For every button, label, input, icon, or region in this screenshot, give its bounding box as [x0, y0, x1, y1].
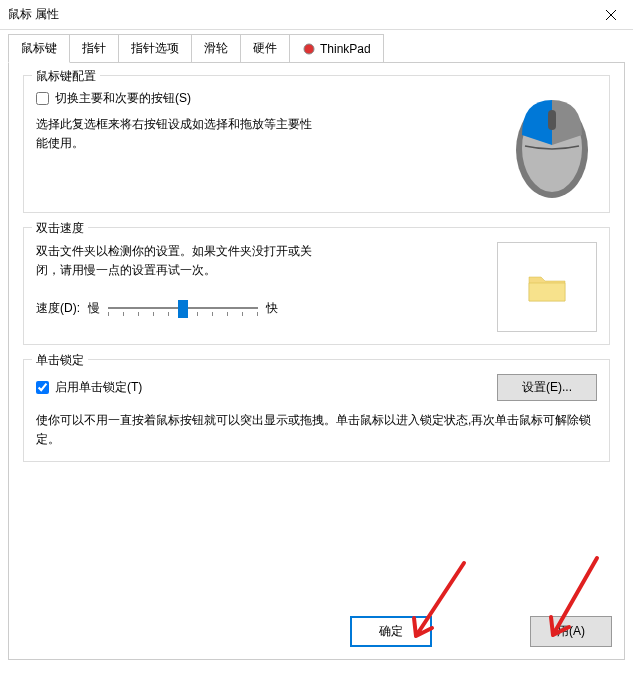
- slider-thumb[interactable]: [178, 300, 188, 318]
- speed-slider-row: 速度(D): 慢 快: [36, 296, 316, 320]
- ok-button[interactable]: 确定: [350, 616, 432, 647]
- close-button[interactable]: [588, 0, 633, 30]
- swap-description: 选择此复选框来将右按钮设成如选择和拖放等主要性能使用。: [36, 115, 316, 153]
- tab-buttons[interactable]: 鼠标键: [8, 34, 70, 63]
- tab-label: 指针选项: [131, 40, 179, 57]
- click-lock-group: 单击锁定 启用单击锁定(T) 设置(E)... 使你可以不用一直按着鼠标按钮就可…: [23, 359, 610, 462]
- test-folder-box[interactable]: [497, 242, 597, 332]
- click-lock-description: 使你可以不用一直按着鼠标按钮就可以突出显示或拖拽。单击鼠标以进入锁定状态,再次单…: [36, 411, 597, 449]
- click-lock-checkbox[interactable]: [36, 381, 49, 394]
- speed-slider[interactable]: [108, 296, 258, 320]
- dialog-buttons: 确定 取消 用(A): [350, 616, 612, 647]
- tab-thinkpad[interactable]: ThinkPad: [289, 34, 384, 63]
- speed-label: 速度(D):: [36, 300, 80, 317]
- window-title: 鼠标 属性: [8, 6, 59, 23]
- click-lock-row[interactable]: 启用单击锁定(T): [36, 379, 142, 396]
- tab-label: 鼠标键: [21, 40, 57, 57]
- group-title: 单击锁定: [32, 352, 88, 369]
- slow-label: 慢: [88, 300, 100, 317]
- titlebar: 鼠标 属性: [0, 0, 633, 30]
- group-title: 双击速度: [32, 220, 88, 237]
- group-title: 鼠标键配置: [32, 68, 100, 85]
- tab-pointers[interactable]: 指针: [69, 34, 119, 63]
- tab-label: 滑轮: [204, 40, 228, 57]
- click-lock-settings-button[interactable]: 设置(E)...: [497, 374, 597, 401]
- double-click-description: 双击文件夹以检测你的设置。如果文件夹没打开或关闭，请用慢一点的设置再试一次。: [36, 242, 316, 280]
- tab-label: 硬件: [253, 40, 277, 57]
- swap-buttons-row[interactable]: 切换主要和次要的按钮(S): [36, 90, 316, 107]
- swap-buttons-label: 切换主要和次要的按钮(S): [55, 90, 191, 107]
- tab-hardware[interactable]: 硬件: [240, 34, 290, 63]
- tab-wheel[interactable]: 滑轮: [191, 34, 241, 63]
- tab-content: 鼠标键配置 切换主要和次要的按钮(S) 选择此复选框来将右按钮设成如选择和拖放等…: [8, 62, 625, 660]
- apply-button[interactable]: 用(A): [530, 616, 612, 647]
- click-lock-label: 启用单击锁定(T): [55, 379, 142, 396]
- tab-label: ThinkPad: [320, 42, 371, 56]
- fast-label: 快: [266, 300, 278, 317]
- folder-icon: [527, 271, 567, 303]
- tab-label: 指针: [82, 40, 106, 57]
- tab-pointer-options[interactable]: 指针选项: [118, 34, 192, 63]
- thinkpad-icon: [302, 42, 316, 56]
- svg-point-0: [304, 44, 314, 54]
- swap-buttons-checkbox[interactable]: [36, 92, 49, 105]
- svg-rect-3: [548, 110, 556, 130]
- button-config-group: 鼠标键配置 切换主要和次要的按钮(S) 选择此复选框来将右按钮设成如选择和拖放等…: [23, 75, 610, 213]
- close-icon: [606, 10, 616, 20]
- mouse-icon: [507, 90, 597, 200]
- tab-bar: 鼠标键 指针 指针选项 滑轮 硬件 ThinkPad: [0, 31, 633, 63]
- double-click-group: 双击速度 双击文件夹以检测你的设置。如果文件夹没打开或关闭，请用慢一点的设置再试…: [23, 227, 610, 345]
